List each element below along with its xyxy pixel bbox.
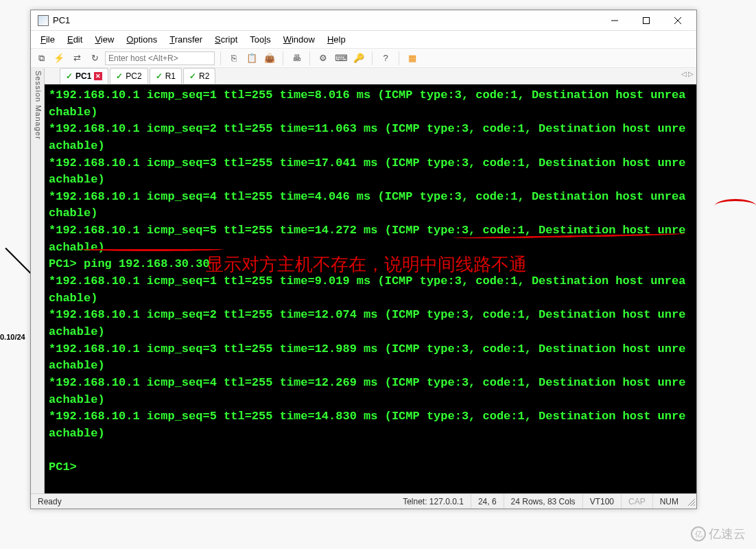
toolbar: ⧉ ⚡ ⇄ ↻ ⎘ 📋 👜 🖶 ⚙ ⌨ 🔑 ? ▦ [31,49,696,68]
settings-icon[interactable]: ⚙ [316,51,331,66]
separator [220,51,221,65]
terminal-line: PC1> ping 192.168.30.30 [49,256,692,273]
reconnect-icon[interactable]: ⇄ [69,51,84,66]
watermark-icon: 亿 [691,526,706,541]
terminal-line [49,442,692,459]
check-icon: ✓ [116,71,123,81]
background-red-mark [715,199,756,213]
check-icon: ✓ [66,71,73,81]
terminal[interactable]: *192.168.10.1 icmp_seq=1 ttl=255 time=8.… [45,84,696,493]
terminal-line: *192.168.10.1 icmp_seq=2 ttl=255 time=11… [49,121,692,154]
terminal-line: *192.168.10.1 icmp_seq=1 ttl=255 time=9.… [49,273,692,307]
menu-transfer[interactable]: Transfer [164,32,208,47]
session-manager-panel[interactable]: Session Manager [31,68,45,493]
status-size: 24 Rows, 83 Cols [504,494,583,509]
status-num: NUM [653,494,685,509]
close-tab-icon[interactable]: ✕ [94,72,102,80]
print-icon[interactable]: 🖶 [289,51,304,66]
key-icon[interactable]: 🔑 [351,51,366,66]
check-icon: ✓ [189,71,196,81]
menu-view[interactable]: View [89,32,119,47]
menu-tools[interactable]: Tools [244,32,276,47]
tab-prev-icon[interactable]: ◁ [681,70,687,78]
status-term-type: VT100 [583,494,622,509]
app-icon [38,15,49,26]
close-button[interactable] [662,11,694,30]
app-window: PC1 File Edit View Options Transfer Scri… [30,10,697,509]
menu-options[interactable]: Options [121,32,163,47]
tab-label: PC1 [75,71,91,81]
titlebar[interactable]: PC1 [31,10,696,31]
keyboard-icon[interactable]: ⌨ [333,51,349,66]
terminal-line: *192.168.10.1 icmp_seq=3 ttl=255 time=12… [49,341,692,375]
tab-label: R2 [199,71,209,81]
watermark-text: 亿速云 [709,526,746,542]
window-title: PC1 [53,15,599,25]
refresh-icon[interactable]: ↻ [87,51,102,66]
separator [283,51,283,65]
terminal-line: PC1> [49,459,692,476]
host-input[interactable] [105,51,215,65]
menu-help[interactable]: Help [322,32,351,47]
background-ip-fragment: 0.10/24 [0,333,25,341]
body-area: Session Manager ✓ PC1 ✕ ✓ PC2 ✓ R1 ✓ [31,68,696,493]
image-icon[interactable]: ▦ [405,51,420,66]
resize-grip-icon[interactable] [685,496,696,507]
watermark: 亿 亿速云 [691,526,746,542]
find-icon[interactable]: 👜 [262,51,277,66]
tab-r2[interactable]: ✓ R2 [183,68,215,84]
toggle-sidebar-icon[interactable]: ⧉ [34,51,49,66]
tab-nav: ◁ ▷ [681,70,694,78]
paste-icon[interactable]: 📋 [244,51,259,66]
terminal-line: *192.168.10.1 icmp_seq=5 ttl=255 time=14… [49,408,692,442]
terminal-line: *192.168.10.1 icmp_seq=2 ttl=255 time=12… [49,307,692,340]
menu-script[interactable]: Script [209,32,243,47]
tab-r1[interactable]: ✓ R1 [150,68,182,84]
status-cap: CAP [622,494,653,509]
separator [309,51,310,65]
tab-pc1[interactable]: ✓ PC1 ✕ [60,68,108,84]
terminal-line: *192.168.10.1 icmp_seq=3 ttl=255 time=17… [49,155,692,189]
copy-icon[interactable]: ⎘ [226,51,241,66]
terminal-line: *192.168.10.1 icmp_seq=1 ttl=255 time=8.… [49,87,692,121]
maximize-button[interactable] [630,11,662,30]
menubar: File Edit View Options Transfer Script T… [31,31,696,49]
status-connection: Telnet: 127.0.0.1 [396,494,471,509]
status-cursor: 24, 6 [471,494,504,509]
svg-rect-1 [643,17,650,23]
terminal-line: *192.168.10.1 icmp_seq=4 ttl=255 time=4.… [49,189,692,222]
background-diagonal-line [5,248,32,275]
tab-pc2[interactable]: ✓ PC2 [110,68,147,84]
status-ready: Ready [31,494,69,509]
menu-edit[interactable]: Edit [62,32,88,47]
menu-window[interactable]: Window [278,32,320,47]
separator [372,51,373,65]
tab-bar: ✓ PC1 ✕ ✓ PC2 ✓ R1 ✓ R2 ◁ ▷ [45,68,696,84]
check-icon: ✓ [156,71,163,81]
tab-next-icon[interactable]: ▷ [688,70,694,78]
help-icon[interactable]: ? [378,51,393,66]
minimize-button[interactable] [599,11,630,30]
tab-label: R1 [165,71,176,81]
separator [399,51,399,65]
status-bar: Ready Telnet: 127.0.0.1 24, 6 24 Rows, 8… [31,493,696,509]
svg-line-6 [694,504,695,506]
terminal-line: *192.168.10.1 icmp_seq=4 ttl=255 time=12… [49,375,692,408]
tab-label: PC2 [126,71,141,81]
quick-connect-icon[interactable]: ⚡ [51,51,67,66]
menu-file[interactable]: File [35,32,60,47]
terminal-line: *192.168.10.1 icmp_seq=5 ttl=255 time=14… [49,222,692,256]
